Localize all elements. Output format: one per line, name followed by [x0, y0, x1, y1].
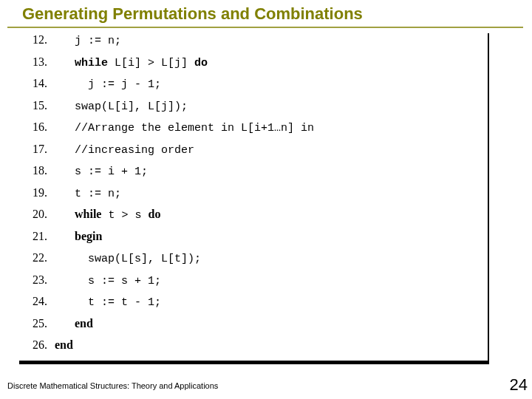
code-text: t := n;: [55, 188, 121, 200]
code-text: s := i + 1;: [55, 166, 148, 178]
code-text: //Arrange the element in L[i+1…n] in: [55, 122, 314, 134]
line-number: 26.: [19, 338, 55, 352]
code-line: 22. swap(L[s], L[t]);: [19, 251, 488, 273]
line-number: 19.: [19, 186, 55, 200]
code-line: 12. j := n;: [19, 33, 488, 55]
code-text: t := t - 1;: [55, 296, 161, 309]
code-line: 24. t := t - 1;: [19, 295, 488, 317]
code-text: swap(L[s], L[t]);: [55, 253, 201, 265]
line-number: 20.: [19, 208, 55, 221]
code-text: j := j - 1;: [55, 78, 161, 91]
line-number: 13.: [19, 55, 55, 69]
code-panel: 12. j := n; 13. while L[i] > L[j] do 14.…: [19, 33, 489, 364]
code-line: 13. while L[i] > L[j] do: [19, 55, 488, 78]
code-line: 25. end: [19, 317, 488, 339]
line-number: 17.: [19, 143, 55, 156]
line-number: 12.: [19, 33, 55, 47]
code-line: 21. begin: [19, 230, 488, 252]
footer-text: Discrete Mathematical Structures: Theory…: [7, 381, 218, 390]
title-underline: [7, 27, 523, 28]
code-line: 23. s := s + 1;: [19, 273, 488, 296]
code-line: 19. t := n;: [19, 186, 488, 208]
page-number: 24: [510, 375, 528, 395]
line-number: 15.: [19, 99, 55, 112]
code-text: j := n;: [55, 35, 121, 47]
code-line: 18. s := i + 1;: [19, 164, 488, 186]
code-text: //increasing order: [55, 144, 194, 157]
line-number: 16.: [19, 120, 55, 134]
code-line: 15. swap(L[i], L[j]);: [19, 99, 488, 121]
code-line: 26. end: [19, 338, 488, 361]
line-number: 18.: [19, 164, 55, 177]
code-text: end: [55, 317, 93, 331]
code-line: 16. //Arrange the element in L[i+1…n] in: [19, 120, 488, 143]
code-text: end: [55, 338, 73, 352]
code-text: s := s + 1;: [55, 275, 161, 287]
code-line: 20. while t > s do: [19, 208, 488, 230]
line-number: 14.: [19, 77, 55, 90]
code-line: 17. //increasing order: [19, 143, 488, 165]
line-number: 23.: [19, 273, 55, 287]
slide-title: Generating Permutations and Combinations: [0, 0, 532, 24]
line-number: 21.: [19, 230, 55, 243]
code-text: begin: [55, 230, 102, 244]
code-text: swap(L[i], L[j]);: [55, 100, 188, 113]
code-text: while t > s do: [55, 208, 160, 222]
line-number: 22.: [19, 251, 55, 265]
code-line: 14. j := j - 1;: [19, 77, 488, 99]
line-number: 24.: [19, 295, 55, 308]
line-number: 25.: [19, 317, 55, 330]
code-text: while L[i] > L[j] do: [55, 57, 208, 69]
